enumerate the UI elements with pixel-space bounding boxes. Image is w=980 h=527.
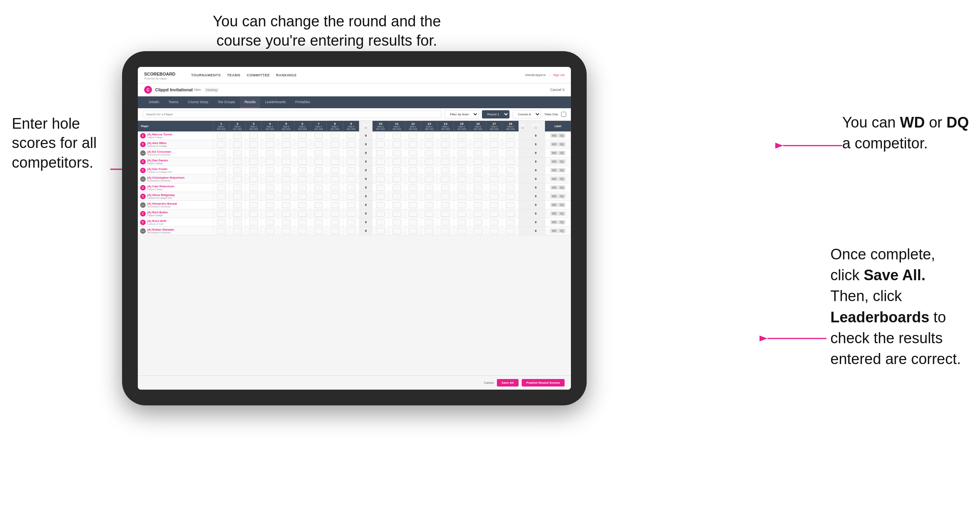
hole-11-score-cell[interactable]	[389, 140, 405, 149]
hole-11-score-cell[interactable]	[389, 149, 405, 157]
hole-10-score-cell[interactable]	[372, 227, 389, 235]
hole-10-input[interactable]	[376, 202, 385, 208]
filter-by-team-select[interactable]: Filter by team	[445, 110, 479, 118]
hole-5-input[interactable]	[282, 193, 291, 200]
hole-16-score-cell[interactable]	[470, 183, 486, 192]
hole-17-score-cell[interactable]	[486, 157, 502, 166]
nav-rankings[interactable]: RANKINGS	[276, 73, 296, 77]
hole-3-input[interactable]	[249, 228, 258, 234]
hole-14-input[interactable]	[441, 176, 450, 182]
hole-1-input[interactable]	[217, 159, 226, 165]
hole-2-score-cell[interactable]	[229, 227, 245, 235]
hole-6-score-cell[interactable]	[294, 175, 310, 183]
hole-4-input[interactable]	[266, 150, 274, 156]
hole-11-input[interactable]	[393, 228, 401, 234]
hole-15-score-cell[interactable]	[454, 183, 470, 192]
hole-6-score-cell[interactable]	[294, 183, 310, 192]
hole-1-input[interactable]	[217, 167, 226, 174]
hole-15-input[interactable]	[458, 211, 466, 217]
hole-10-score-cell[interactable]	[372, 218, 389, 227]
hole-3-input[interactable]	[249, 185, 258, 191]
hole-14-score-cell[interactable]	[437, 192, 454, 201]
dq-button[interactable]: DQ	[558, 194, 565, 198]
hole-13-input[interactable]	[425, 219, 433, 226]
hole-5-input[interactable]	[282, 202, 291, 208]
hole-3-score-cell[interactable]	[246, 218, 262, 227]
hole-8-score-cell[interactable]	[327, 131, 343, 140]
hole-13-score-cell[interactable]	[421, 157, 437, 166]
hole-10-score-cell[interactable]	[372, 183, 389, 192]
hole-14-score-cell[interactable]	[437, 157, 454, 166]
hole-18-score-cell[interactable]	[502, 192, 519, 201]
hole-12-input[interactable]	[409, 159, 417, 165]
hole-18-input[interactable]	[506, 211, 515, 217]
hole-4-score-cell[interactable]	[262, 166, 278, 175]
hole-9-input[interactable]	[347, 211, 356, 217]
totals-only-checkbox[interactable]	[561, 112, 566, 117]
nav-teams[interactable]: TEAMS	[227, 73, 241, 77]
dq-button[interactable]: DQ	[558, 177, 565, 181]
hole-6-score-cell[interactable]	[294, 192, 310, 201]
hole-18-input[interactable]	[506, 133, 515, 139]
hole-9-score-cell[interactable]	[343, 201, 359, 209]
hole-13-score-cell[interactable]	[421, 218, 437, 227]
hole-17-input[interactable]	[490, 133, 498, 139]
hole-14-score-cell[interactable]	[437, 227, 454, 235]
hole-13-input[interactable]	[425, 228, 433, 234]
hole-17-score-cell[interactable]	[486, 166, 502, 175]
dq-button[interactable]: DQ	[558, 203, 565, 207]
hole-4-score-cell[interactable]	[262, 209, 278, 218]
hole-1-score-cell[interactable]	[213, 131, 229, 140]
hole-8-input[interactable]	[331, 133, 339, 139]
hole-18-input[interactable]	[506, 141, 515, 148]
hole-18-score-cell[interactable]	[502, 140, 519, 149]
hole-3-score-cell[interactable]	[246, 192, 262, 201]
hole-18-input[interactable]	[506, 167, 515, 174]
hole-13-input[interactable]	[425, 202, 433, 208]
hole-2-input[interactable]	[233, 202, 242, 208]
hole-4-input[interactable]	[266, 159, 274, 165]
hole-6-input[interactable]	[298, 150, 307, 156]
hole-11-score-cell[interactable]	[389, 201, 405, 209]
hole-6-score-cell[interactable]	[294, 157, 310, 166]
hole-15-input[interactable]	[458, 193, 466, 200]
hole-2-input[interactable]	[233, 167, 242, 174]
hole-9-input[interactable]	[347, 185, 356, 191]
hole-7-input[interactable]	[314, 150, 323, 156]
hole-15-score-cell[interactable]	[454, 175, 470, 183]
hole-6-score-cell[interactable]	[294, 131, 310, 140]
hole-10-score-cell[interactable]	[372, 131, 389, 140]
hole-12-score-cell[interactable]	[405, 166, 421, 175]
hole-15-score-cell[interactable]	[454, 157, 470, 166]
hole-2-score-cell[interactable]	[229, 183, 245, 192]
hole-16-input[interactable]	[474, 219, 482, 226]
hole-11-score-cell[interactable]	[389, 183, 405, 192]
hole-13-score-cell[interactable]	[421, 140, 437, 149]
hole-3-score-cell[interactable]	[246, 201, 262, 209]
hole-17-input[interactable]	[490, 202, 498, 208]
hole-17-score-cell[interactable]	[486, 201, 502, 209]
hole-9-score-cell[interactable]	[343, 166, 359, 175]
hole-7-score-cell[interactable]	[311, 227, 327, 235]
hole-9-input[interactable]	[347, 219, 356, 226]
hole-16-score-cell[interactable]	[470, 175, 486, 183]
hole-5-score-cell[interactable]	[278, 175, 294, 183]
hole-12-input[interactable]	[409, 193, 417, 200]
hole-9-score-cell[interactable]	[343, 218, 359, 227]
hole-5-input[interactable]	[282, 211, 291, 217]
hole-16-input[interactable]	[474, 159, 482, 165]
hole-17-input[interactable]	[490, 185, 498, 191]
hole-3-score-cell[interactable]	[246, 131, 262, 140]
hole-1-score-cell[interactable]	[213, 149, 229, 157]
hole-2-score-cell[interactable]	[229, 175, 245, 183]
hole-18-input[interactable]	[506, 176, 515, 182]
hole-4-score-cell[interactable]	[262, 140, 278, 149]
hole-18-input[interactable]	[506, 219, 515, 226]
hole-12-score-cell[interactable]	[405, 183, 421, 192]
hole-7-input[interactable]	[314, 211, 323, 217]
hole-15-score-cell[interactable]	[454, 218, 470, 227]
hole-8-input[interactable]	[331, 211, 339, 217]
hole-14-score-cell[interactable]	[437, 140, 454, 149]
hole-11-input[interactable]	[393, 219, 401, 226]
hole-11-score-cell[interactable]	[389, 192, 405, 201]
